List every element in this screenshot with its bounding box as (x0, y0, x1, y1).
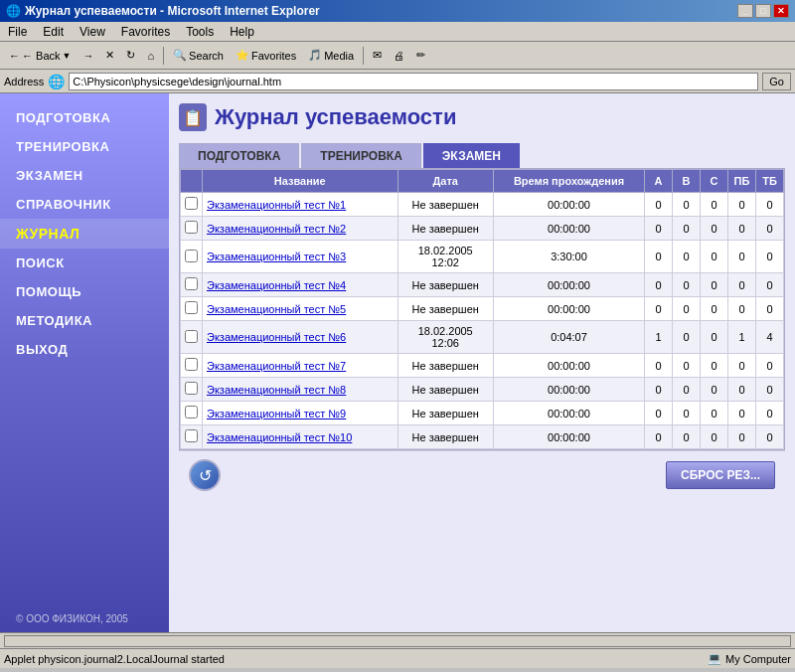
sidebar-item-pomosch[interactable]: ПОМОЩЬ (0, 277, 169, 306)
sidebar-item-metodika[interactable]: МЕТОДИКА (0, 306, 169, 335)
toolbar-separator (163, 47, 164, 65)
test-link[interactable]: Экзаменационный тест №7 (207, 360, 346, 372)
date-cell: Не завершен (398, 425, 493, 449)
search-button[interactable]: 🔍 Search (168, 45, 229, 67)
pb-cell: 0 (728, 241, 756, 273)
row-checkbox[interactable] (185, 330, 198, 343)
b-cell: 0 (673, 354, 701, 378)
row-checkbox[interactable] (185, 301, 198, 314)
row-checkbox[interactable] (185, 382, 198, 395)
test-link[interactable]: Экзаменационный тест №4 (207, 279, 346, 291)
table-row: Экзаменационный тест №2Не завершен00:00:… (181, 217, 784, 241)
date-cell: Не завершен (398, 193, 493, 217)
b-cell: 0 (673, 241, 701, 273)
test-link[interactable]: Экзаменационный тест №5 (207, 303, 346, 315)
status-right: My Computer (725, 653, 791, 665)
refresh-button-bottom[interactable]: ↺ (189, 459, 221, 491)
tb-cell: 0 (756, 402, 784, 425)
a-cell: 0 (645, 241, 673, 273)
back-button[interactable]: ← ← Back ▼ (4, 45, 76, 67)
row-checkbox[interactable] (185, 429, 198, 442)
a-cell: 0 (645, 402, 673, 425)
test-link[interactable]: Экзаменационный тест №9 (207, 408, 346, 420)
mail-icon: ✉ (373, 49, 382, 62)
tab-trenirovka[interactable]: ТРЕНИРОВКА (301, 143, 420, 168)
a-cell: 0 (645, 217, 673, 241)
pb-cell: 0 (728, 297, 756, 321)
home-button[interactable]: ⌂ (142, 45, 159, 67)
menu-tools[interactable]: Tools (182, 24, 218, 40)
col-b: В (673, 170, 701, 193)
row-checkbox[interactable] (185, 221, 198, 234)
a-cell: 0 (645, 425, 673, 449)
date-cell: Не завершен (398, 297, 493, 321)
toolbar: ← ← Back ▼ → ✕ ↻ ⌂ 🔍 Search ⭐ Favorites … (0, 42, 795, 70)
row-checkbox[interactable] (185, 250, 198, 262)
menu-view[interactable]: View (76, 24, 109, 40)
date-cell: Не завершен (398, 273, 493, 297)
tb-cell: 0 (756, 425, 784, 449)
mail-button[interactable]: ✉ (368, 45, 387, 67)
refresh-button[interactable]: ↻ (121, 45, 140, 67)
tb-cell: 0 (756, 378, 784, 402)
col-check (181, 170, 203, 193)
time-cell: 3:30:00 (493, 241, 644, 273)
go-button[interactable]: Go (762, 73, 791, 90)
pb-cell: 1 (728, 321, 756, 354)
sidebar-item-spravochnik[interactable]: СПРАВОЧНИК (0, 190, 169, 219)
row-checkbox[interactable] (185, 406, 198, 419)
menu-edit[interactable]: Edit (39, 24, 68, 40)
maximize-button[interactable]: □ (755, 4, 771, 18)
page-title-area: 📋 Журнал успеваемости (179, 103, 785, 131)
menu-help[interactable]: Help (226, 24, 258, 40)
sidebar-item-poisk[interactable]: ПОИСК (0, 249, 169, 277)
media-button[interactable]: 🎵 Media (303, 45, 359, 67)
col-name: Название (203, 170, 398, 193)
sidebar-item-ekzamen[interactable]: ЭКЗАМЕН (0, 161, 169, 190)
back-icon: ← (9, 50, 20, 62)
edit-button[interactable]: ✏ (411, 45, 430, 67)
col-c: С (701, 170, 728, 193)
date-cell: Не завершен (398, 378, 493, 402)
c-cell: 0 (701, 354, 728, 378)
test-link[interactable]: Экзаменационный тест №6 (207, 331, 346, 343)
page-icon: 📋 (179, 103, 207, 131)
computer-icon: 💻 (708, 652, 721, 665)
minimize-button[interactable]: _ (737, 4, 753, 18)
menu-favorites[interactable]: Favorites (117, 24, 174, 40)
test-link[interactable]: Экзаменационный тест №3 (207, 251, 346, 262)
address-bar: Address 🌐 Go (0, 70, 795, 93)
forward-button[interactable]: → (78, 45, 98, 67)
date-cell: Не завершен (398, 402, 493, 425)
test-link[interactable]: Экзаменационный тест №8 (207, 384, 346, 396)
window-controls[interactable]: _ □ ✕ (737, 4, 789, 18)
sidebar-item-zhurnal[interactable]: ЖУРНАЛ (0, 219, 169, 249)
tab-ekzamen[interactable]: ЭКЗАМЕН (423, 143, 520, 168)
print-button[interactable]: 🖨 (389, 45, 409, 67)
row-checkbox[interactable] (185, 358, 198, 371)
stop-button[interactable]: ✕ (100, 45, 119, 67)
test-link[interactable]: Экзаменационный тест №10 (207, 431, 352, 443)
c-cell: 0 (701, 217, 728, 241)
pb-cell: 0 (728, 425, 756, 449)
tb-cell: 4 (756, 321, 784, 354)
row-checkbox[interactable] (185, 197, 198, 210)
date-cell: 18.02.2005 12:02 (398, 241, 493, 273)
menu-file[interactable]: File (4, 24, 31, 40)
table-row: Экзаменационный тест №618.02.2005 12:060… (181, 321, 784, 354)
row-checkbox[interactable] (185, 277, 198, 290)
sidebar-item-vyhod[interactable]: ВЫХОД (0, 335, 169, 364)
address-input[interactable] (69, 73, 758, 90)
stop-icon: ✕ (105, 49, 114, 62)
tab-podgotovka[interactable]: ПОДГОТОВКА (179, 143, 299, 168)
reset-button[interactable]: СБРОС РЕЗ... (666, 461, 775, 489)
sidebar-item-trenirovka[interactable]: ТРЕНИРОВКА (0, 132, 169, 161)
close-button[interactable]: ✕ (773, 4, 789, 18)
test-link[interactable]: Экзаменационный тест №2 (207, 223, 346, 235)
time-cell: 00:00:00 (493, 378, 644, 402)
sidebar-item-podgotovka[interactable]: ПОДГОТОВКА (0, 103, 169, 132)
window-title: Журнал успеваемости - Microsoft Internet… (25, 4, 320, 18)
test-link[interactable]: Экзаменационный тест №1 (207, 199, 346, 211)
favorites-button[interactable]: ⭐ Favorites (231, 45, 301, 67)
col-a: А (645, 170, 673, 193)
